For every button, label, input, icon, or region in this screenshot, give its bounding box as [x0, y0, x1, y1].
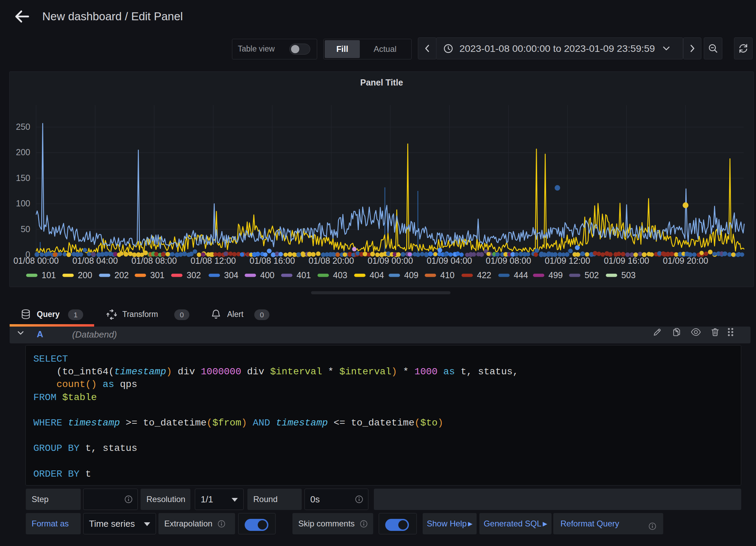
svg-text:Panel Title: Panel Title	[360, 78, 403, 87]
svg-text:01/09 16:00: 01/09 16:00	[604, 256, 649, 265]
svg-text:409: 409	[404, 270, 419, 280]
svg-text:403: 403	[333, 270, 347, 280]
svg-text:200: 200	[16, 147, 30, 157]
svg-text:422: 422	[477, 270, 491, 280]
svg-text:503: 503	[621, 270, 636, 280]
svg-text:01/09 12:00: 01/09 12:00	[545, 256, 590, 265]
svg-text:150: 150	[16, 173, 30, 183]
svg-text:444: 444	[514, 270, 528, 280]
svg-text:01/08 12:00: 01/08 12:00	[190, 256, 236, 265]
svg-text:302: 302	[187, 270, 201, 280]
svg-text:200: 200	[78, 270, 92, 280]
svg-text:01/09 08:00: 01/09 08:00	[486, 256, 531, 265]
svg-text:01/08 04:00: 01/08 04:00	[73, 256, 118, 265]
svg-text:404: 404	[370, 270, 384, 280]
svg-text:100: 100	[16, 198, 30, 208]
svg-text:410: 410	[440, 270, 455, 280]
svg-text:01/09 20:00: 01/09 20:00	[663, 256, 708, 265]
svg-text:01/09 00:00: 01/09 00:00	[368, 256, 413, 265]
svg-text:202: 202	[114, 270, 129, 280]
svg-text:01/08 08:00: 01/08 08:00	[132, 256, 177, 265]
svg-text:301: 301	[150, 270, 165, 280]
svg-text:101: 101	[42, 270, 56, 280]
svg-text:01/08 00:00: 01/08 00:00	[13, 256, 59, 265]
svg-text:250: 250	[16, 122, 30, 132]
svg-text:400: 400	[260, 270, 275, 280]
svg-text:304: 304	[224, 270, 238, 280]
svg-text:01/08 20:00: 01/08 20:00	[309, 256, 354, 265]
svg-text:50: 50	[21, 224, 30, 234]
svg-text:499: 499	[548, 270, 563, 280]
svg-text:01/08 16:00: 01/08 16:00	[249, 256, 295, 265]
svg-text:502: 502	[585, 270, 599, 280]
svg-text:401: 401	[297, 270, 311, 280]
svg-text:01/09 04:00: 01/09 04:00	[427, 256, 472, 265]
